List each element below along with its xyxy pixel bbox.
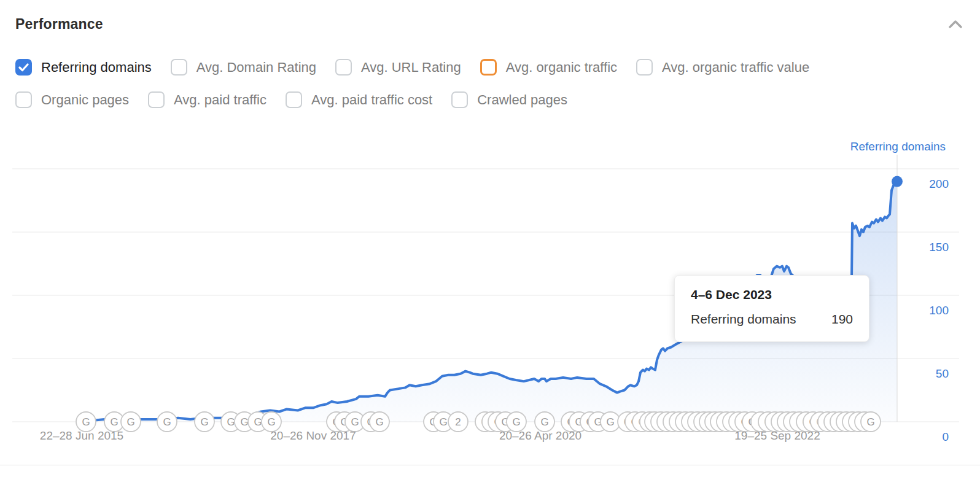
metric-checkbox-avg-paid-traffic-cost[interactable]: Avg. paid traffic cost (286, 91, 432, 108)
google-update-marker-glyph: G (267, 416, 275, 428)
google-update-marker-glyph: G (606, 416, 614, 428)
y-axis-label: 0 (912, 430, 949, 444)
google-update-marker-glyph: G (512, 416, 520, 428)
google-update-marker-glyph: G (240, 416, 248, 428)
google-update-marker-glyph: G (439, 416, 447, 428)
collapse-panel-button[interactable] (948, 19, 963, 29)
x-axis-label: 22–28 Jun 2015 (40, 429, 123, 443)
metric-label: Avg. paid traffic (174, 92, 266, 108)
chart-tooltip: 4–6 Dec 2023 Referring domains 190 (674, 275, 869, 342)
tooltip-metric-row: Referring domains 190 (691, 312, 853, 327)
google-update-marker-glyph: G (200, 416, 208, 428)
google-update-marker-glyph: G (540, 416, 548, 428)
metric-checkbox-avg-organic-traffic[interactable]: Avg. organic traffic (480, 59, 617, 76)
checkbox-checked-icon[interactable] (15, 59, 32, 76)
metric-label: Organic pages (41, 92, 129, 108)
filter-row: Referring domainsAvg. Domain RatingAvg. … (15, 59, 968, 76)
google-update-marker-glyph: G (375, 416, 383, 428)
checkbox-unchecked-icon[interactable] (480, 59, 497, 76)
google-update-marker-glyph: G (163, 416, 171, 428)
google-update-marker-glyph: G (254, 416, 262, 428)
series-legend-label: Referring domains (850, 140, 946, 153)
checkbox-unchecked-icon[interactable] (636, 59, 653, 76)
metric-checkbox-avg-url-rating[interactable]: Avg. URL Rating (335, 59, 461, 76)
checkbox-unchecked-icon[interactable] (171, 59, 187, 76)
google-update-marker-glyph: G (227, 416, 235, 428)
checkbox-unchecked-icon[interactable] (451, 91, 468, 108)
x-axis-label: 19–25 Sep 2022 (734, 429, 820, 443)
metric-checkbox-referring-domains[interactable]: Referring domains (15, 59, 152, 76)
x-axis-label: 20–26 Apr 2020 (499, 429, 581, 443)
tooltip-metric-label: Referring domains (691, 312, 796, 327)
y-axis-label: 150 (912, 241, 949, 254)
google-update-marker-glyph: G (82, 416, 90, 428)
metric-label: Crawled pages (477, 92, 567, 108)
google-update-marker-glyph: G (110, 416, 118, 428)
y-axis-label: 100 (912, 304, 949, 317)
filter-row: Organic pagesAvg. paid trafficAvg. paid … (15, 91, 968, 108)
google-update-marker-glyph: G (866, 416, 874, 428)
metric-filters: Referring domainsAvg. Domain RatingAvg. … (15, 59, 968, 124)
metric-checkbox-crawled-pages[interactable]: Crawled pages (451, 91, 567, 108)
panel-header: Performance (15, 15, 963, 33)
google-update-marker-glyph: 2 (455, 416, 461, 428)
chevron-up-icon (948, 19, 963, 29)
page-title: Performance (15, 16, 103, 33)
metric-checkbox-organic-pages[interactable]: Organic pages (15, 91, 129, 108)
check-icon (18, 63, 29, 72)
tooltip-date-range: 4–6 Dec 2023 (691, 287, 853, 302)
metric-label: Avg. paid traffic cost (311, 92, 432, 108)
metric-label: Avg. organic traffic value (662, 60, 809, 76)
metric-checkbox-avg-organic-traffic-value[interactable]: Avg. organic traffic value (636, 59, 809, 76)
metric-label: Avg. Domain Rating (196, 60, 316, 76)
google-update-marker-glyph: G (351, 416, 359, 428)
x-axis-label: 20–26 Nov 2017 (270, 429, 356, 443)
checkbox-unchecked-icon[interactable] (335, 59, 352, 76)
checkbox-unchecked-icon[interactable] (15, 91, 32, 108)
checkbox-unchecked-icon[interactable] (286, 91, 302, 108)
panel-divider (0, 465, 980, 465)
metric-checkbox-avg-paid-traffic[interactable]: Avg. paid traffic (148, 91, 266, 108)
metric-label: Referring domains (41, 60, 152, 76)
series-endpoint-dot (892, 176, 903, 187)
metric-label: Avg. organic traffic (506, 60, 617, 76)
metric-checkbox-avg-domain-rating[interactable]: Avg. Domain Rating (171, 59, 316, 76)
google-update-marker-glyph: G (126, 416, 134, 428)
tooltip-metric-value: 190 (831, 312, 853, 327)
y-axis-label: 50 (912, 367, 949, 381)
checkbox-unchecked-icon[interactable] (148, 91, 165, 108)
metric-label: Avg. URL Rating (361, 60, 461, 76)
y-axis-label: 200 (912, 177, 949, 191)
